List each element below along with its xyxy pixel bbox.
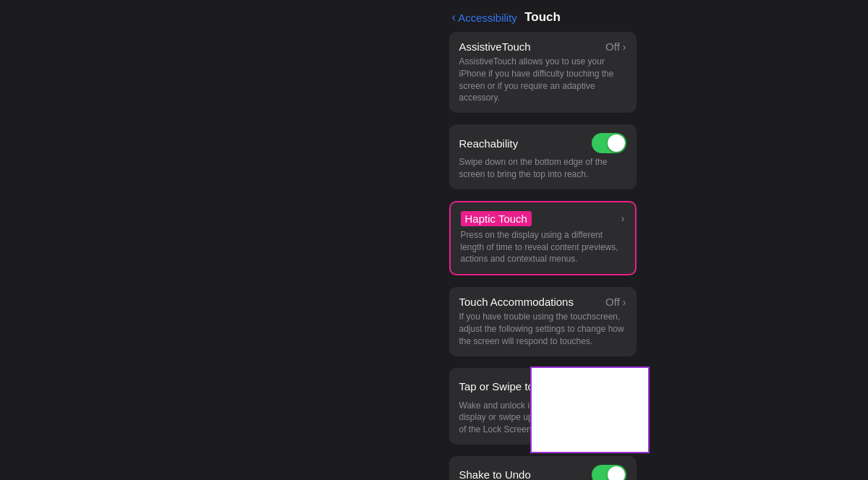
touch-accommodations-row[interactable]: Touch Accommodations Off › If you have t… <box>449 287 637 356</box>
haptic-touch-description: Press on the display using a different l… <box>461 229 625 265</box>
touch-accommodations-right: Off › <box>605 296 626 308</box>
shake-undo-row[interactable]: Shake to Undo If you tend to shake your … <box>449 456 637 480</box>
reachability-description: Swipe down on the bottom edge of the scr… <box>459 156 626 181</box>
haptic-touch-row[interactable]: Haptic Touch › Press on the display usin… <box>451 202 635 274</box>
assistive-touch-chevron: › <box>623 41 626 53</box>
shake-undo-toggle-knob <box>608 466 625 480</box>
reachability-row[interactable]: Reachability Swipe down on the bottom ed… <box>449 124 637 189</box>
haptic-touch-label: Haptic Touch <box>461 211 532 226</box>
touch-accommodations-label: Touch Accommodations <box>459 296 574 308</box>
touch-accommodations-chevron: › <box>623 296 626 308</box>
touch-accommodations-section: Touch Accommodations Off › If you have t… <box>449 287 637 356</box>
shake-undo-section: Shake to Undo If you tend to shake your … <box>449 456 637 480</box>
assistive-touch-section: AssistiveTouch Off › AssistiveTouch allo… <box>449 32 637 113</box>
page-title: Touch <box>524 10 561 25</box>
touch-accommodations-value: Off <box>605 296 620 308</box>
back-button[interactable]: ‹ Accessibility <box>452 10 517 25</box>
touch-accommodations-description: If you have trouble using the touchscree… <box>459 311 626 347</box>
reachability-section: Reachability Swipe down on the bottom ed… <box>449 124 637 189</box>
haptic-touch-section: Haptic Touch › Press on the display usin… <box>449 201 637 275</box>
haptic-touch-right: › <box>621 213 625 224</box>
popup-overlay <box>530 367 650 453</box>
shake-undo-toggle[interactable] <box>592 465 626 480</box>
back-chevron-icon: ‹ <box>452 10 456 25</box>
assistive-touch-description: AssistiveTouch allows you to use your iP… <box>459 56 626 104</box>
assistive-touch-label: AssistiveTouch <box>459 40 531 53</box>
reachability-toggle-knob <box>608 134 625 152</box>
reachability-label: Reachability <box>459 137 519 150</box>
phone-frame: ‹ Accessibility Touch AssistiveTouch Off… <box>443 0 642 480</box>
nav-bar: ‹ Accessibility Touch <box>443 0 642 32</box>
back-label: Accessibility <box>458 12 517 24</box>
assistive-touch-value: Off <box>605 40 620 53</box>
reachability-toggle[interactable] <box>592 133 626 153</box>
haptic-touch-chevron: › <box>621 213 625 224</box>
assistive-touch-right: Off › <box>605 40 626 53</box>
assistive-touch-row[interactable]: AssistiveTouch Off › AssistiveTouch allo… <box>449 32 637 113</box>
shake-undo-label: Shake to Undo <box>459 468 531 480</box>
